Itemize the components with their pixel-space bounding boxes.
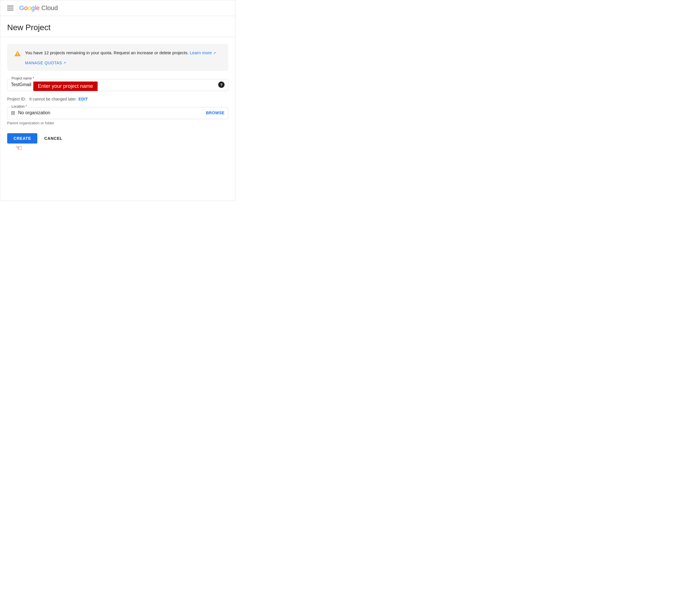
external-link-icon: ↗ [213,51,216,56]
location-left: ⊞ No organization [11,110,50,116]
project-name-input-row: Enter your project name ? [11,81,225,88]
cloud-logo-text: Cloud [41,4,58,12]
location-label: Location * [10,104,28,108]
warning-top: ! You have 12 projects remaining in your… [14,50,221,57]
hamburger-menu[interactable] [6,5,15,11]
header: Google Cloud [0,0,235,16]
button-row: CREATE ☞ CANCEL [7,133,228,144]
warning-box: ! You have 12 projects remaining in your… [7,44,228,71]
warning-message: You have 12 projects remaining in your q… [25,50,216,56]
learn-more-link[interactable]: Learn more ↗ [190,50,216,55]
location-inner: ⊞ No organization BROWSE [11,110,225,116]
location-value: No organization [18,110,50,116]
project-name-field-group: Project name * Enter your project name ? [7,79,228,91]
create-button-area: CREATE ☞ [7,133,37,144]
google-cloud-logo: Google Cloud [19,4,58,12]
project-name-input[interactable] [11,82,218,87]
project-name-tooltip-icon[interactable]: ? [218,81,225,88]
hand-cursor-icon: ☞ [15,143,22,153]
location-field-group: Location * ⊞ No organization BROWSE Pare… [7,107,228,125]
svg-text:!: ! [17,54,18,56]
manage-quotas-link[interactable]: MANAGE QUOTAS ↗ [25,60,221,65]
page-title-area: New Project [0,16,235,37]
location-browse-link[interactable]: BROWSE [206,110,225,115]
project-name-container: Project name * Enter your project name ? [7,79,228,91]
manage-quotas-external-icon: ↗ [63,61,66,65]
cancel-button[interactable]: CANCEL [44,136,62,141]
project-id-note: It cannot be changed later. [29,97,77,101]
project-id-row: Project ID: It cannot be changed later. … [7,97,228,101]
project-id-edit-link[interactable]: EDIT [78,97,88,101]
parent-org-text: Parent organization or folder [7,121,228,125]
warning-icon: ! [14,50,21,57]
location-container: Location * ⊞ No organization BROWSE [7,107,228,119]
main-content: ! You have 12 projects remaining in your… [0,37,235,150]
project-name-label: Project name * [10,76,35,80]
page-title: New Project [7,23,228,32]
project-id-label: Project ID: [7,97,26,101]
create-button[interactable]: CREATE [7,133,37,144]
google-logo-text: Google [19,4,40,12]
organization-grid-icon: ⊞ [11,110,15,116]
